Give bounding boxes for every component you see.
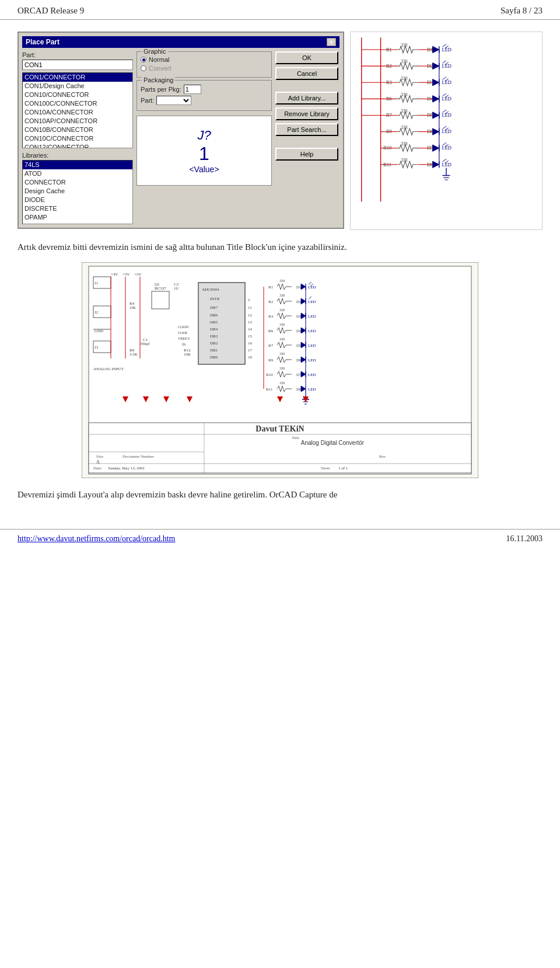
part-search-button[interactable]: Part Search... <box>275 123 338 136</box>
part-input[interactable] <box>22 60 133 70</box>
preview-number: 1 <box>189 143 219 165</box>
svg-text:R9: R9 <box>268 358 274 363</box>
svg-text:LED: LED <box>308 314 316 319</box>
dialog-close-button[interactable]: × <box>327 38 336 46</box>
svg-text:LED: LED <box>308 372 316 377</box>
right-panel: OK Cancel Add Library... Remove Library … <box>275 51 340 224</box>
parts-listbox[interactable]: CON1/CONNECTOR CON1/Design Cache CON10/C… <box>22 72 133 148</box>
dialog-title-text: Place Part <box>26 38 60 46</box>
left-panel: Part: CON1/CONNECTOR CON1/Design Cache C… <box>22 51 133 224</box>
help-button[interactable]: Help <box>275 148 338 161</box>
svg-text:LED: LED <box>442 112 452 118</box>
lib-list-item[interactable]: Design Cache <box>23 187 132 196</box>
svg-text:Sunday, May 13, 2001: Sunday, May 13, 2001 <box>108 466 145 471</box>
svg-text:DB7: DB7 <box>210 305 218 310</box>
list-item[interactable]: CON100C/CONNECTOR <box>23 99 132 108</box>
page-header: ORCAD Release 9 Sayfa 8 / 23 <box>0 0 560 20</box>
svg-text:R10: R10 <box>266 372 273 377</box>
svg-text:J2: J2 <box>94 310 99 315</box>
svg-text:330: 330 <box>401 125 407 130</box>
convert-radio-row[interactable]: Convert <box>141 65 268 72</box>
normal-radio-row[interactable]: Normal <box>141 56 268 63</box>
parts-per-pkg-input[interactable] <box>184 85 201 94</box>
content-area: Place Part × Part: CON1/CONNECTOR CON1/D… <box>0 20 560 511</box>
svg-text:350pf: 350pf <box>140 342 150 346</box>
svg-text:330: 330 <box>401 158 407 163</box>
list-item[interactable]: CON10/CONNECTOR <box>23 90 132 99</box>
svg-marker-53 <box>433 145 439 151</box>
svg-text:5: 5 <box>248 298 250 302</box>
bottom-paragraph: Devremizi şimdi Layout'a alıp devremizin… <box>18 490 542 500</box>
list-item[interactable]: CON12/CONNECTOR <box>23 143 132 148</box>
svg-text:DB3: DB3 <box>210 334 218 339</box>
svg-text:13: 13 <box>248 320 253 325</box>
footer-date: 16.11.2003 <box>506 534 542 544</box>
circuit-diagram: J1 J2 J3 +4V +5V +5V GND Q1 BC337 C2 1U … <box>82 262 478 478</box>
lib-list-item[interactable]: ATOD <box>23 169 132 178</box>
svg-text:330: 330 <box>401 43 407 48</box>
svg-text:+5V: +5V <box>123 272 130 277</box>
svg-text:Title: Title <box>292 436 299 440</box>
lib-list-item[interactable]: XTAL <box>23 222 132 224</box>
ok-button[interactable]: OK <box>275 51 338 64</box>
add-library-button[interactable]: Add Library... <box>275 92 338 105</box>
part-row: Part: <box>141 96 268 105</box>
lib-list-item[interactable]: OPAMP <box>23 213 132 222</box>
list-item[interactable]: CON1/CONNECTOR <box>23 73 132 82</box>
svg-text:10K: 10K <box>184 352 191 357</box>
cancel-button[interactable]: Cancel <box>275 67 338 80</box>
part-field-label: Part: <box>22 51 133 58</box>
svg-text:330: 330 <box>279 367 285 370</box>
svg-text:LED: LED <box>308 343 316 348</box>
svg-text:J1: J1 <box>94 281 99 285</box>
svg-text:Davut TEKiN: Davut TEKiN <box>256 424 304 433</box>
parts-per-pkg-label: Parts per Pkg: <box>141 86 181 93</box>
svg-text:LED: LED <box>442 79 452 85</box>
remove-library-button[interactable]: Remove Library <box>275 107 338 120</box>
svg-text:1U: 1U <box>174 286 179 291</box>
body-text: Artık devremiz bitti devremizin ismini d… <box>18 241 542 254</box>
svg-text:330: 330 <box>279 294 285 297</box>
svg-text:DB0: DB0 <box>210 355 218 360</box>
svg-text:ADCIN04: ADCIN04 <box>202 287 219 292</box>
part-dropdown[interactable] <box>156 96 191 105</box>
footer-url[interactable]: http://www.davut.netfirms.com/orcad/orca… <box>18 534 175 544</box>
svg-text:12: 12 <box>248 313 253 318</box>
svg-text:DB1: DB1 <box>210 348 218 353</box>
graphic-legend: Graphic <box>142 48 168 55</box>
lib-list-item[interactable]: DISCRETE <box>23 204 132 213</box>
top-section: Place Part × Part: CON1/CONNECTOR CON1/D… <box>18 32 542 230</box>
page-footer: http://www.davut.netfirms.com/orcad/orca… <box>0 529 560 548</box>
svg-text:330: 330 <box>401 141 407 147</box>
convert-label: Convert <box>149 65 172 72</box>
svg-text:DB6: DB6 <box>210 313 218 318</box>
convert-radio[interactable] <box>141 65 146 71</box>
lib-list-item[interactable]: DIODE <box>23 196 132 204</box>
normal-radio[interactable] <box>141 57 146 62</box>
libraries-listbox[interactable]: 74LS ATOD CONNECTOR Design Cache DIODE D… <box>22 160 133 224</box>
list-item[interactable]: CON1/Design Cache <box>23 82 132 90</box>
svg-text:330: 330 <box>401 59 407 64</box>
svg-text:3.3K: 3.3K <box>130 352 138 357</box>
svg-text:11: 11 <box>248 305 252 310</box>
list-item[interactable]: CON10A/CONNECTOR <box>23 108 132 117</box>
svg-marker-45 <box>433 128 439 135</box>
dialog-body: Part: CON1/CONNECTOR CON1/Design Cache C… <box>22 51 340 224</box>
svg-text:330: 330 <box>279 279 285 283</box>
lib-list-item[interactable]: CONNECTOR <box>23 178 132 187</box>
svg-text:LED: LED <box>442 162 452 168</box>
svg-marker-13 <box>433 62 439 69</box>
lib-list-item[interactable]: 74LS <box>23 161 132 169</box>
svg-text:+4V: +4V <box>111 272 118 277</box>
svg-text:ANALOG INPUT: ANALOG INPUT <box>93 367 124 371</box>
middle-panel: Graphic Normal Convert Packaging <box>136 51 272 224</box>
part-preview: J? 1 <Value> <box>136 116 272 186</box>
list-item[interactable]: CON10AP/CONNECTOR <box>23 117 132 126</box>
svg-text:17: 17 <box>248 348 253 353</box>
list-item[interactable]: CON10C/CONNECTOR <box>23 134 132 143</box>
svg-text:LED: LED <box>442 145 452 151</box>
normal-label: Normal <box>149 56 169 63</box>
list-item[interactable]: CON10B/CONNECTOR <box>23 126 132 134</box>
svg-text:R3: R3 <box>268 314 274 319</box>
svg-text:330: 330 <box>279 337 285 341</box>
